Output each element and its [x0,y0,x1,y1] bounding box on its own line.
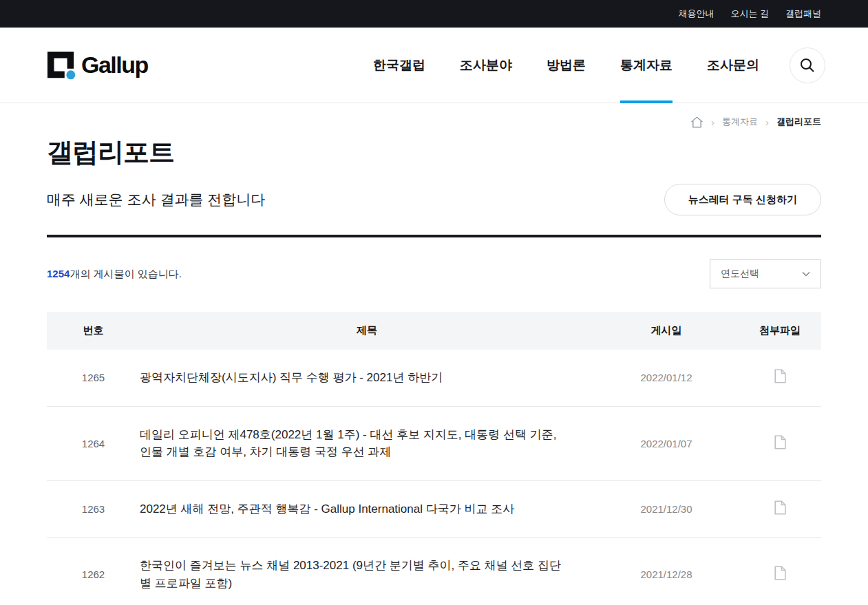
main-nav: 한국갤럽 조사분야 방법론 통계자료 조사문의 [373,28,759,103]
col-header-attachment: 첨부파일 [739,324,821,337]
file-icon [774,369,786,383]
post-title-cell: 한국인이 즐겨보는 뉴스 채널 2013-2021 (9년간 분기별 추이, 주… [140,557,594,592]
logo-text: Gallup [81,52,148,78]
logo-dot [66,70,75,79]
nav-item[interactable]: 조사문의 [707,28,759,103]
attachment-cell [739,500,821,518]
file-icon [774,566,786,580]
post-title-link[interactable]: 데일리 오피니언 제478호(2022년 1월 1주) - 대선 후보 지지도,… [140,428,556,459]
post-number: 1264 [47,438,140,449]
post-date: 2021/12/30 [594,503,739,515]
attachment-link[interactable] [774,500,786,515]
nav-item[interactable]: 통계자료 [620,28,673,103]
post-date: 2021/12/28 [594,569,739,580]
attachment-cell [739,566,821,583]
year-select-value: 연도선택 [721,268,759,280]
post-number: 1262 [47,569,140,580]
attachment-link[interactable] [774,566,786,580]
table-header-row: 번호 제목 게시일 첨부파일 [47,312,821,350]
attachment-link[interactable] [774,435,786,449]
col-header-title: 제목 [140,324,594,337]
search-icon [799,57,816,74]
file-icon [774,435,786,449]
nav-item[interactable]: 조사분야 [460,28,512,103]
post-title-cell: 데일리 오피니언 제478호(2022년 1월 1주) - 대선 후보 지지도,… [140,426,594,461]
year-select-dropdown[interactable]: 연도선택 [710,259,821,288]
post-number: 1265 [47,372,140,383]
topbar-link[interactable]: 갤럽패널 [785,8,821,20]
gallup-logo-mark [47,51,76,80]
breadcrumb-separator-icon: › [711,117,714,127]
home-icon [690,116,703,128]
post-number: 1263 [47,503,140,515]
post-date: 2022/01/07 [594,438,739,449]
site-header: Gallup 한국갤럽 조사분야 방법론 통계자료 조사문의 [0,28,868,103]
table-row: 1263 2022년 새해 전망, 주관적 행복감 - Gallup Inter… [47,481,821,538]
chevron-down-icon [802,271,810,277]
table-row: 1264 데일리 오피니언 제478호(2022년 1월 1주) - 대선 후보… [47,407,821,481]
col-header-date: 게시일 [594,324,739,337]
breadcrumb-current: 갤럽리포트 [776,116,821,128]
table-row: 1262 한국인이 즐겨보는 뉴스 채널 2013-2021 (9년간 분기별 … [47,538,821,605]
breadcrumb: › 통계자료 › 갤럽리포트 [0,103,868,128]
page-subheader: 매주 새로운 조사 결과를 전합니다 뉴스레터 구독 신청하기 [47,184,821,215]
table-row: 1265 광역자치단체장(시도지사) 직무 수행 평가 - 2021년 하반기 … [47,350,821,407]
post-title-cell: 2022년 새해 전망, 주관적 행복감 - Gallup Internatio… [140,500,594,518]
post-title-link[interactable]: 한국인이 즐겨보는 뉴스 채널 2013-2021 (9년간 분기별 추이, 주… [140,559,561,590]
file-icon [774,500,786,515]
nav-item[interactable]: 한국갤럽 [373,28,425,103]
col-header-number: 번호 [47,324,140,337]
list-toolbar: 1254개의 게시물이 있습니다. 연도선택 [47,259,821,288]
topbar-link[interactable]: 오시는 길 [730,8,769,20]
post-count-suffix: 개의 게시물이 있습니다. [70,268,182,279]
topbar: 채용안내 오시는 길 갤럽패널 [0,0,868,28]
gallup-logo[interactable]: Gallup [47,51,148,80]
topbar-links: 채용안내 오시는 길 갤럽패널 [678,8,821,20]
table-body: 1265 광역자치단체장(시도지사) 직무 수행 평가 - 2021년 하반기 … [47,350,821,605]
topbar-link[interactable]: 채용안내 [678,8,714,20]
post-title-cell: 광역자치단체장(시도지사) 직무 수행 평가 - 2021년 하반기 [140,369,594,387]
report-table: 번호 제목 게시일 첨부파일 1265 광역자치단체장(시도지사) 직무 수행 … [47,312,821,605]
post-count-number: 1254 [47,268,70,279]
nav-item[interactable]: 방법론 [547,28,586,103]
attachment-link[interactable] [774,369,786,383]
attachment-cell [739,435,821,452]
post-date: 2022/01/12 [594,372,739,383]
page-subtitle: 매주 새로운 조사 결과를 전합니다 [47,190,265,209]
section-divider [47,235,821,237]
post-count-text: 1254개의 게시물이 있습니다. [47,268,182,281]
breadcrumb-section-link[interactable]: 통계자료 [722,116,758,128]
page-title: 갤럽리포트 [47,135,821,170]
attachment-cell [739,369,821,386]
post-title-link[interactable]: 광역자치단체장(시도지사) 직무 수행 평가 - 2021년 하반기 [140,371,443,384]
search-button[interactable] [790,47,825,83]
newsletter-subscribe-button[interactable]: 뉴스레터 구독 신청하기 [664,184,821,215]
post-title-link[interactable]: 2022년 새해 전망, 주관적 행복감 - Gallup Internatio… [140,502,514,516]
breadcrumb-home-link[interactable] [690,116,703,128]
breadcrumb-separator-icon: › [765,117,769,127]
